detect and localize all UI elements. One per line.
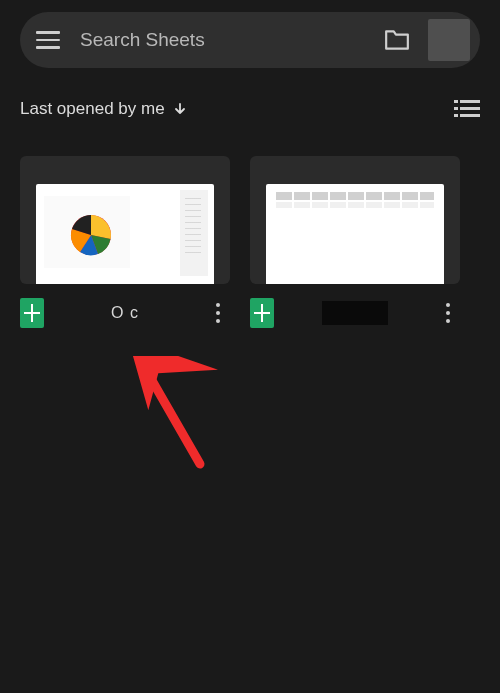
file-title: O c xyxy=(44,304,206,322)
sheets-icon xyxy=(20,298,44,328)
svg-rect-4 xyxy=(454,114,458,117)
more-icon[interactable] xyxy=(436,303,460,323)
file-card xyxy=(250,156,460,328)
svg-line-8 xyxy=(146,370,200,464)
sort-label-text: Last opened by me xyxy=(20,99,165,119)
svg-rect-3 xyxy=(460,107,480,110)
sort-dropdown[interactable]: Last opened by me xyxy=(20,99,187,119)
annotation-arrow xyxy=(128,356,218,476)
menu-icon[interactable] xyxy=(34,26,62,54)
folder-icon[interactable] xyxy=(384,29,410,51)
more-icon[interactable] xyxy=(206,303,230,323)
file-card: O c xyxy=(20,156,230,328)
arrow-down-icon xyxy=(173,102,187,116)
avatar[interactable] xyxy=(428,19,470,61)
list-view-icon[interactable] xyxy=(454,98,480,120)
file-thumbnail[interactable] xyxy=(250,156,460,284)
svg-rect-1 xyxy=(460,100,480,103)
sort-row: Last opened by me xyxy=(0,68,500,120)
search-input[interactable]: Search Sheets xyxy=(80,29,384,51)
svg-rect-5 xyxy=(460,114,480,117)
file-grid: O c xyxy=(0,120,500,328)
svg-rect-2 xyxy=(454,107,458,110)
search-bar: Search Sheets xyxy=(20,12,480,68)
svg-rect-0 xyxy=(454,100,458,103)
sheets-icon xyxy=(250,298,274,328)
file-thumbnail[interactable] xyxy=(20,156,230,284)
file-title xyxy=(274,301,436,325)
